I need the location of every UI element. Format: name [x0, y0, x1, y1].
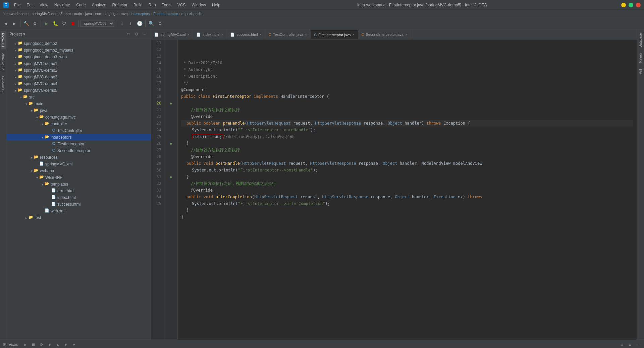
tab-success-html[interactable]: 📄 success.html ×	[227, 30, 265, 39]
sidebar-collapse-icon[interactable]: −	[141, 31, 148, 38]
sidebar-gear-icon[interactable]: ⚙	[133, 31, 140, 38]
close-button[interactable]: ×	[636, 3, 641, 7]
vtab-structure[interactable]: 2: Structure	[1, 51, 6, 72]
sidebar-item-success_html[interactable]: 📄success.html	[7, 201, 151, 208]
vtab-favorites[interactable]: 3: Favorites	[1, 74, 6, 95]
menu-code[interactable]: Code	[73, 2, 89, 8]
services-settings-icon[interactable]: ⚙	[627, 341, 633, 348]
gutter-override-icon[interactable]: ●	[170, 142, 172, 145]
sidebar-item-com_atguigu_mvc[interactable]: ▾📂com.atguigu.mvc	[7, 114, 151, 121]
code-content[interactable]: * Date:2021/7/10 * Author:ybc * Descript…	[178, 40, 637, 340]
sidebar-item-controller[interactable]: ▾📂controller	[7, 121, 151, 127]
services-close-icon[interactable]: −	[635, 341, 641, 348]
bc-item[interactable]: main	[74, 12, 82, 16]
sidebar-item-test[interactable]: ▸📁test	[7, 214, 151, 221]
sidebar-item-springMVC_demo5[interactable]: ▾📂springMVC-demo5	[7, 87, 151, 94]
back-button[interactable]: ◀	[2, 19, 10, 27]
services-stop-icon[interactable]: ⏹	[30, 341, 37, 348]
bc-item[interactable]: atguigu	[105, 12, 117, 16]
sidebar-item-main[interactable]: ▾📂main	[7, 100, 151, 107]
menu-analyze[interactable]: Analyze	[89, 2, 109, 8]
gutter-override-icon[interactable]: ●	[170, 175, 172, 179]
vcs-push-button[interactable]: ⬆	[127, 19, 135, 27]
sidebar-item-index_html[interactable]: 📄index.html	[7, 194, 151, 201]
stop-button[interactable]: ⏹	[69, 19, 77, 27]
bc-item[interactable]: mvc	[121, 12, 127, 16]
vtab-ant[interactable]: Ant	[638, 67, 643, 76]
code-editor[interactable]: 1112131415161718192021222324252627282930…	[151, 40, 637, 340]
services-filter-icon[interactable]: ▼	[62, 341, 69, 348]
bc-item[interactable]: idea-workspace	[3, 12, 29, 16]
menu-edit[interactable]: Edit	[24, 2, 36, 8]
sidebar-item-java[interactable]: ▾📂java	[7, 107, 151, 114]
sidebar-item-src[interactable]: ▾📂src	[7, 94, 151, 100]
services-expand-icon[interactable]: ⊞	[619, 341, 625, 348]
services-sync-icon[interactable]: ⟳	[38, 341, 45, 348]
run-config-dropdown[interactable]: springMVC05	[80, 20, 114, 27]
gutter-override-icon[interactable]: ●	[170, 101, 172, 105]
bc-first-interceptor[interactable]: FirstInterceptor	[153, 12, 178, 16]
menu-build[interactable]: Build	[131, 2, 145, 8]
forward-button[interactable]: ▶	[10, 19, 18, 27]
settings-button[interactable]: ⚙	[156, 19, 164, 27]
tab-close-icon[interactable]: ×	[187, 33, 190, 37]
debug-button[interactable]: 🐛	[51, 19, 59, 27]
tab-second-interceptor[interactable]: C SecondInterceptor.java ×	[358, 30, 411, 39]
vcs-update-button[interactable]: ⬇	[118, 19, 126, 27]
bc-item[interactable]: springMVC-demo5	[32, 12, 63, 16]
tab-close-icon[interactable]: ×	[405, 33, 407, 37]
tab-close-icon[interactable]: ×	[260, 33, 262, 37]
sidebar-item-FirstInterceptor[interactable]: CFirstInterceptor	[7, 141, 151, 147]
vcs-history-button[interactable]: 🕐	[136, 19, 144, 27]
tab-springmvc-xml[interactable]: 📄 springMVC.xml ×	[151, 30, 193, 39]
services-up-icon[interactable]: ▲	[54, 341, 61, 348]
services-down-icon[interactable]: ▼	[46, 341, 53, 348]
menu-window[interactable]: Window	[189, 2, 209, 8]
coverage-button[interactable]: 🛡	[60, 19, 68, 27]
bc-item[interactable]: java	[85, 12, 92, 16]
sidebar-item-templates[interactable]: ▾📂templates	[7, 181, 151, 188]
sidebar-item-TestController[interactable]: CTestController	[7, 127, 151, 134]
sidebar-item-web_xml[interactable]: 📄web.xml	[7, 208, 151, 214]
menu-tools[interactable]: Tools	[159, 2, 174, 8]
vtab-maven[interactable]: Maven	[638, 51, 643, 65]
sidebar-item-springMVC_demo4[interactable]: ▸📁springMVC-demo4	[7, 80, 151, 87]
sidebar-item-springMVC_demo1[interactable]: ▸📁springMVC-demo1	[7, 60, 151, 67]
menu-navigate[interactable]: Navigate	[52, 2, 73, 8]
rebuild-button[interactable]: ⚙	[31, 19, 39, 27]
build-button[interactable]: 🔨	[22, 19, 30, 27]
menu-run[interactable]: Run	[146, 2, 159, 8]
tab-close-icon[interactable]: ×	[353, 33, 355, 37]
vtab-project[interactable]: 1: Project	[1, 31, 6, 49]
menu-view[interactable]: View	[37, 2, 51, 8]
sidebar-item-webapp[interactable]: ▾📂webapp	[7, 167, 151, 174]
bc-item[interactable]: src	[66, 12, 71, 16]
bc-interceptors[interactable]: interceptors	[131, 12, 150, 16]
sidebar-item-WEB_INF[interactable]: ▾📂WEB-INF	[7, 174, 151, 181]
sidebar-item-springMVC_demo2[interactable]: ▸📁springMVC-demo2	[7, 67, 151, 74]
tab-test-controller[interactable]: C TestController.java ×	[265, 30, 311, 39]
sidebar-item-interceptors[interactable]: ▾📂interceptors	[7, 134, 151, 141]
sidebar-item-springboot_demo2[interactable]: ▸📁springboot_demo2	[7, 40, 151, 47]
services-add-icon[interactable]: +	[70, 341, 77, 348]
minimize-button[interactable]: −	[621, 3, 626, 7]
sidebar-item-error_html[interactable]: 📄error.html	[7, 188, 151, 194]
menu-help[interactable]: Help	[209, 2, 223, 8]
search-everywhere-button[interactable]: 🔍	[147, 19, 155, 27]
sidebar-item-springMVC_xml[interactable]: 📄springMVC.xml	[7, 161, 151, 167]
menu-file[interactable]: File	[11, 2, 23, 8]
sidebar-item-springMVC_demo3[interactable]: ▸📁springMVC-demo3	[7, 74, 151, 80]
run-button[interactable]: ▶	[43, 19, 51, 27]
tab-close-icon[interactable]: ×	[221, 33, 223, 37]
menu-refactor[interactable]: Refactor	[110, 2, 130, 8]
tab-first-interceptor[interactable]: C FirstInterceptor.java ×	[311, 30, 358, 39]
sidebar-item-resources[interactable]: ▾📂resources	[7, 154, 151, 161]
bc-item[interactable]: com	[95, 12, 102, 16]
bc-method[interactable]: m preHandle	[181, 12, 203, 16]
sidebar-item-SecondInterceptor[interactable]: CSecondInterceptor	[7, 147, 151, 154]
sidebar-sync-icon[interactable]: ⟳	[125, 31, 132, 38]
services-restart-icon[interactable]: ▶	[22, 341, 29, 348]
sidebar-item-springboot_demo2_mybatis[interactable]: ▸📁springboot_demo2_mybatis	[7, 47, 151, 54]
vtab-database[interactable]: Database	[638, 31, 643, 50]
maximize-button[interactable]: □	[629, 3, 633, 7]
